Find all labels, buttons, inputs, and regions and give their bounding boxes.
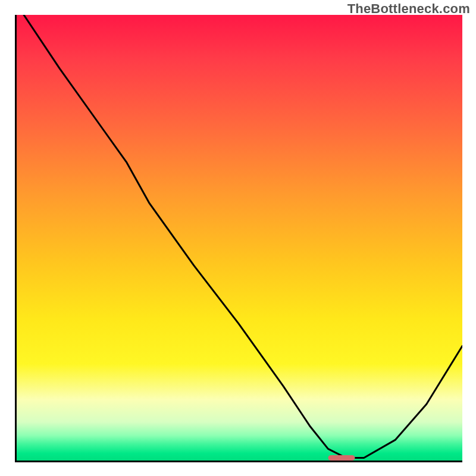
optimal-marker bbox=[328, 455, 355, 461]
chart-container: TheBottleneck.com bbox=[0, 0, 476, 476]
plot-area bbox=[15, 15, 462, 462]
bottleneck-curve bbox=[24, 15, 462, 458]
curve-overlay bbox=[15, 15, 462, 462]
